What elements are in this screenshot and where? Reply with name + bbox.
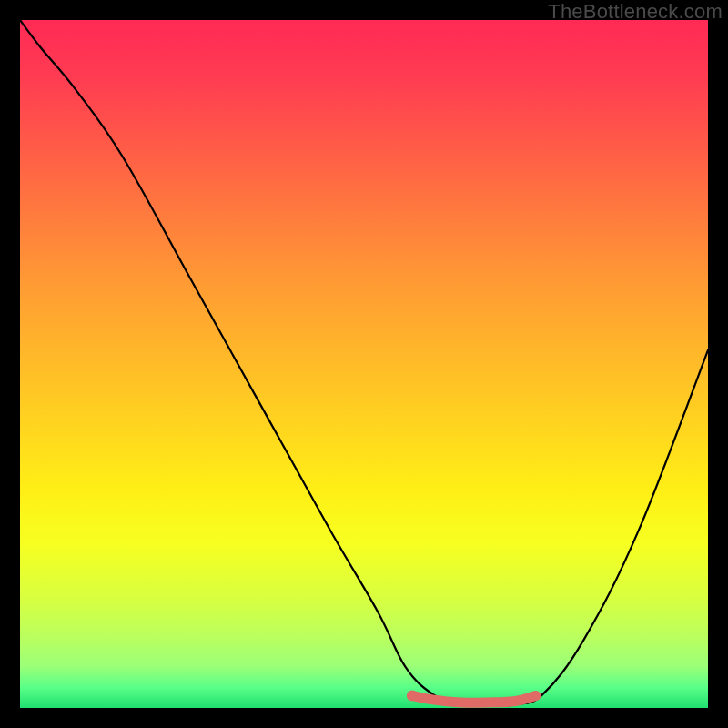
watermark-text: TheBottleneck.com: [548, 0, 723, 24]
highlight-start-dot: [407, 690, 418, 701]
bottleneck-curve: [20, 20, 708, 706]
curve-layer: [20, 20, 708, 708]
highlight-segment: [412, 695, 536, 703]
chart-frame: TheBottleneck.com: [0, 0, 728, 728]
